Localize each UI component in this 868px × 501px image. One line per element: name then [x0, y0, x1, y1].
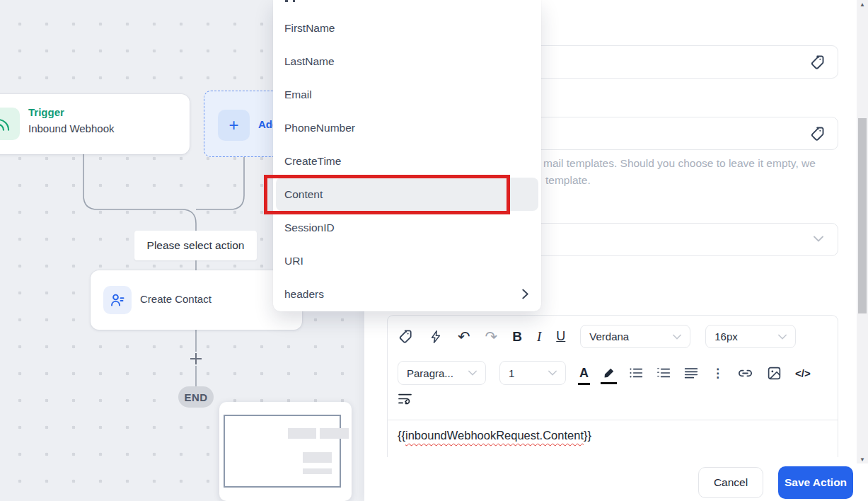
- redo-icon[interactable]: ↷: [485, 328, 498, 345]
- numbered-list-icon[interactable]: [656, 367, 671, 379]
- merge-tag-variable: inboundWebhookRequest.Content: [405, 429, 584, 442]
- create-contact-node[interactable]: Create Contact: [91, 270, 302, 330]
- lightning-shortcut-icon[interactable]: [429, 329, 443, 345]
- panel-footer: Cancel Save Action: [364, 457, 868, 501]
- panel-scrollbar[interactable]: ▲ ▼: [857, 0, 868, 463]
- scrollbar-thumb[interactable]: [858, 118, 867, 313]
- font-color-letter: A: [579, 366, 589, 381]
- dropdown-item-headers-label: headers: [284, 288, 324, 301]
- dropdown-item-headers[interactable]: headers: [273, 277, 541, 311]
- clipped-item-remnant: [285, 0, 288, 2]
- create-contact-label: Create Contact: [140, 293, 212, 305]
- merge-tag-prefix: {{: [398, 429, 405, 442]
- toolbar-separator: [388, 420, 838, 420]
- italic-button[interactable]: I: [537, 329, 541, 345]
- dropdown-item-phonenumber[interactable]: PhoneNumber: [273, 111, 541, 144]
- align-justify-icon[interactable]: [684, 367, 698, 379]
- editor-body[interactable]: {{inboundWebhookRequest.Content}}: [398, 429, 828, 442]
- chevron-down-icon: [778, 334, 787, 340]
- editor-toolbar-row-1: ↶ ↷ B I U Verdana 16px: [398, 325, 796, 348]
- dropdown-item-createtime[interactable]: CreateTime: [273, 144, 541, 178]
- cancel-button[interactable]: Cancel: [698, 467, 763, 498]
- font-color-button[interactable]: A: [579, 366, 589, 381]
- minimap-node-bar: [320, 428, 349, 439]
- highlight-color-button[interactable]: [602, 367, 615, 380]
- rich-text-editor: ↶ ↷ B I U Verdana 16px Paragra...: [387, 315, 838, 457]
- dropdown-item-firstname[interactable]: FirstName: [273, 11, 541, 45]
- font-size-value: 16px: [714, 330, 738, 342]
- clipped-item-remnant: [293, 0, 295, 2]
- font-size-select[interactable]: 16px: [705, 325, 796, 348]
- trigger-node[interactable]: Trigger Inbound Webhook: [0, 94, 190, 154]
- minimap-node-bar: [303, 452, 332, 463]
- undo-icon[interactable]: ↶: [458, 328, 470, 345]
- webhook-signal-icon: [0, 108, 20, 140]
- select-action-prompt: Please select action: [134, 231, 257, 260]
- text-wrap-icon[interactable]: [398, 393, 412, 405]
- dropdown-item-email[interactable]: Email: [273, 78, 541, 111]
- underline-button[interactable]: U: [556, 329, 565, 344]
- helper-text-line-1: mail templates. Should you choose to lea…: [543, 157, 816, 170]
- merge-field-dropdown: FirstName LastName Email PhoneNumber Cre…: [273, 0, 541, 311]
- more-options-icon[interactable]: ⋮: [712, 366, 724, 381]
- code-view-icon[interactable]: </>: [795, 367, 811, 379]
- dropdown-item-content[interactable]: Content: [276, 178, 538, 211]
- contact-person-icon: [103, 286, 132, 314]
- insert-image-icon[interactable]: [767, 366, 782, 381]
- chevron-down-icon: [814, 236, 823, 242]
- end-node: END: [178, 386, 214, 408]
- dropdown-item-lastname[interactable]: LastName: [273, 45, 541, 78]
- editor-toolbar-row-3: [398, 393, 412, 405]
- dropdown-item-sessionid[interactable]: SessionID: [273, 211, 541, 244]
- tag-merge-field-icon[interactable]: [398, 328, 414, 345]
- chevron-down-icon: [548, 370, 557, 376]
- bold-button[interactable]: B: [512, 329, 522, 345]
- helper-text-line-2: template.: [545, 174, 591, 187]
- line-height-select[interactable]: 1: [499, 361, 566, 385]
- tag-merge-field-button[interactable]: [808, 124, 828, 144]
- workflow-builder-screen: Trigger Inbound Webhook + Add Please sel…: [0, 0, 868, 501]
- font-family-select[interactable]: Verdana: [580, 325, 690, 348]
- font-family-value: Verdana: [589, 330, 629, 342]
- font-color-swatch: [578, 383, 590, 385]
- tag-merge-field-button[interactable]: [808, 52, 828, 72]
- minimap-node-bar: [288, 428, 316, 439]
- minimap-node-bar: [303, 468, 332, 474]
- merge-tag-suffix: }}: [584, 429, 591, 442]
- plus-icon: +: [218, 110, 250, 141]
- editor-toolbar-row-2: Paragra... 1 A: [398, 361, 811, 385]
- chevron-down-icon: [673, 334, 681, 340]
- save-action-button[interactable]: Save Action: [778, 466, 853, 499]
- chevron-down-icon: [468, 370, 477, 376]
- paragraph-style-value: Paragra...: [407, 367, 453, 379]
- minimap-viewport-rect: [224, 415, 341, 488]
- scroll-up-arrow[interactable]: ▲: [857, 0, 868, 8]
- bullet-list-icon[interactable]: [629, 367, 643, 379]
- add-step-plus-icon: [190, 353, 202, 364]
- line-height-value: 1: [509, 367, 514, 379]
- trigger-node-title: Trigger: [28, 106, 64, 118]
- dropdown-item-uri[interactable]: URI: [273, 244, 541, 277]
- chevron-right-icon: [521, 289, 530, 299]
- trigger-node-subtitle: Inbound Webhook: [28, 122, 115, 134]
- highlight-color-swatch: [601, 382, 617, 384]
- highlighter-icon: [602, 367, 615, 380]
- scroll-down-arrow[interactable]: ▼: [857, 455, 868, 463]
- paragraph-style-select[interactable]: Paragra...: [398, 361, 486, 385]
- canvas-minimap[interactable]: [219, 402, 352, 501]
- insert-link-icon[interactable]: [737, 365, 753, 381]
